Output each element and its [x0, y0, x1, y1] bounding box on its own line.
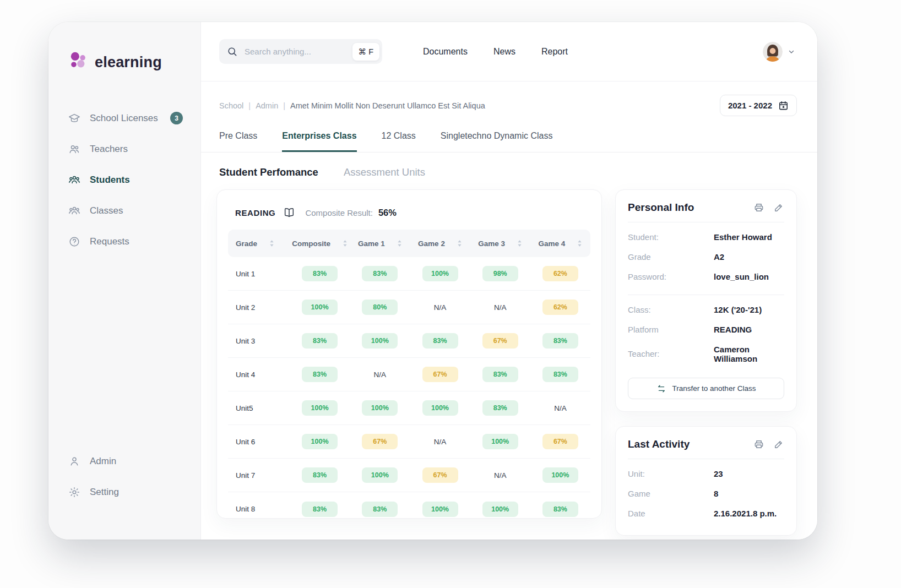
book-icon [283, 206, 295, 219]
last-activity-header: Last Activity [628, 438, 784, 450]
edit-pencil-icon[interactable] [773, 202, 784, 213]
table-row-unit5: Unit5100%100%100%83%N/A [228, 391, 590, 425]
swap-arrows-icon [656, 384, 666, 394]
date-range-picker[interactable]: 2021 - 2022 [720, 95, 797, 116]
column-header-grade[interactable]: Grade [228, 239, 290, 248]
sidebar-item-admin[interactable]: Admin [68, 446, 200, 477]
column-header-game-1[interactable]: Game 1 [350, 239, 410, 248]
sort-icon[interactable] [343, 239, 348, 247]
field-value: 23 [714, 469, 723, 478]
score-na: N/A [434, 438, 447, 446]
column-header-game-4[interactable]: Game 4 [530, 239, 590, 248]
tab-enterprises-class[interactable]: Enterprises Class [282, 131, 356, 152]
breadcrumb-link-school[interactable]: School [219, 101, 243, 110]
column-header-game-3[interactable]: Game 3 [470, 239, 530, 248]
graduation-cap-icon [68, 112, 80, 124]
score-badge: 100% [482, 434, 518, 449]
grade-cell: Unit 4 [228, 371, 290, 379]
avatar[interactable] [763, 42, 783, 62]
column-label: Game 3 [478, 239, 505, 248]
main-area: ⌘ F DocumentsNewsReport [201, 22, 817, 540]
students-icon [68, 174, 80, 186]
app-logo[interactable]: elearning [68, 51, 200, 74]
breadcrumb-bar: School|Admin|Amet Minim Mollit Non Deser… [201, 81, 817, 116]
top-nav: DocumentsNewsReport [423, 47, 568, 57]
table-row-unit-8: Unit 883%83%100%100%83% [228, 492, 590, 526]
personal-info-fields-top: Student:Esther HowardGradeA2Password:lov… [628, 227, 784, 286]
sidebar-item-setting[interactable]: Setting [68, 477, 200, 508]
transfer-class-label: Transfer to another Class [672, 384, 756, 393]
sort-icon[interactable] [517, 239, 522, 247]
score-badge: 83% [302, 502, 338, 517]
column-label: Grade [236, 239, 257, 248]
gear-icon [68, 486, 80, 498]
column-header-game-2[interactable]: Game 2 [410, 239, 470, 248]
breadcrumb-current: Amet Minim Mollit Non Deserunt Ullamco E… [290, 101, 485, 110]
content-area: READING Composite Result: 56% GradeCompo… [201, 186, 817, 540]
score-badge: 83% [542, 367, 578, 382]
grade-cell: Unit 1 [228, 270, 290, 278]
personal-info-field-password: Password:love_sun_lion [628, 266, 784, 286]
composite-result-label: Composite Result: [305, 208, 373, 217]
tab-pre-class[interactable]: Pre Class [219, 131, 257, 152]
score-na: N/A [554, 404, 567, 412]
nav-link-documents[interactable]: Documents [423, 47, 468, 57]
sidebar-item-teachers[interactable]: Teachers [68, 134, 200, 165]
sort-icon[interactable] [457, 239, 462, 247]
field-label: Student: [628, 232, 714, 242]
field-value: A2 [714, 252, 724, 262]
search-input[interactable] [243, 46, 346, 57]
edit-pencil-icon[interactable] [773, 439, 784, 450]
student-performance-card: READING Composite Result: 56% GradeCompo… [216, 189, 602, 519]
sidebar-item-students[interactable]: Students [68, 165, 200, 195]
tab-12-class[interactable]: 12 Class [382, 131, 416, 152]
field-value: 12K ('20-'21) [714, 305, 762, 314]
score-badge: 67% [542, 434, 578, 449]
score-badge: 83% [422, 333, 458, 349]
composite-result-value: 56% [378, 208, 397, 218]
performance-card-header: READING Composite Result: 56% [228, 201, 590, 230]
score-badge: 83% [302, 333, 338, 349]
personal-info-header: Personal Info [628, 202, 784, 214]
nav-link-news[interactable]: News [493, 47, 515, 57]
platform-label: READING [235, 208, 275, 217]
score-badge: 100% [422, 400, 458, 416]
sort-icon[interactable] [269, 239, 274, 247]
score-badge: 100% [362, 333, 398, 349]
print-icon[interactable] [753, 202, 764, 213]
question-circle-icon [68, 236, 80, 248]
sidebar-item-classes[interactable]: Classes [68, 195, 200, 226]
sidebar: elearning School Licenses3TeachersStuden… [48, 22, 201, 540]
nav-link-report[interactable]: Report [541, 47, 568, 57]
subtab-assessment-units[interactable]: Assessment Units [344, 166, 425, 178]
sort-icon[interactable] [577, 239, 582, 247]
app-window: elearning School Licenses3TeachersStuden… [48, 22, 817, 540]
transfer-class-button[interactable]: Transfer to another Class [628, 378, 784, 399]
field-label: Date [628, 509, 714, 518]
print-icon[interactable] [753, 439, 764, 450]
sidebar-item-requests[interactable]: Requests [68, 226, 200, 257]
breadcrumb-separator: | [283, 101, 285, 110]
sidebar-item-school-licenses[interactable]: School Licenses3 [68, 102, 200, 134]
column-header-composite[interactable]: Composite [290, 239, 350, 248]
tab-singletechno-dynamic-class[interactable]: Singletechno Dynamic Class [441, 131, 553, 152]
breadcrumb-link-admin[interactable]: Admin [256, 101, 278, 110]
view-tabs: Student PerfomanceAssessment Units [201, 153, 817, 186]
subtab-student-perfomance[interactable]: Student Perfomance [219, 166, 318, 178]
score-badge: 100% [302, 300, 338, 315]
score-badge: 83% [362, 502, 398, 517]
personal-info-field-student: Student:Esther Howard [628, 227, 784, 247]
search-bar[interactable]: ⌘ F [219, 39, 382, 64]
divider [628, 222, 784, 222]
last-activity-title: Last Activity [628, 438, 690, 450]
table-row-unit-3: Unit 383%100%83%67%83% [228, 324, 590, 358]
personal-info-field-grade: GradeA2 [628, 247, 784, 266]
user-menu[interactable] [763, 42, 795, 62]
sort-icon[interactable] [397, 239, 402, 247]
score-badge: 100% [302, 434, 338, 449]
score-badge: 100% [302, 400, 338, 416]
table-row-unit-7: Unit 783%100%67%N/A100% [228, 459, 590, 492]
score-badge: 67% [482, 333, 518, 349]
sidebar-footer-nav: AdminSetting [68, 446, 200, 508]
score-badge: 67% [362, 434, 398, 449]
